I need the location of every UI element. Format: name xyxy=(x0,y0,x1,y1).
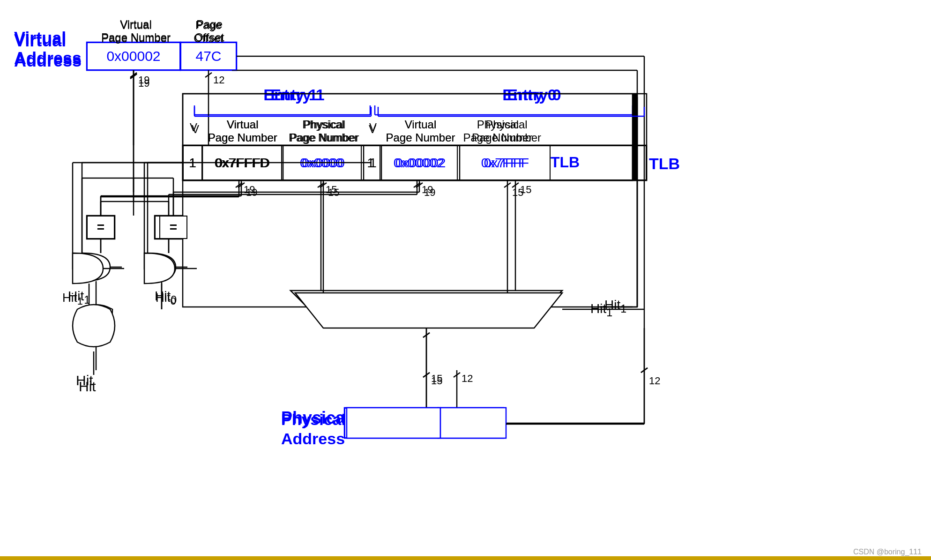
svg-line-24 xyxy=(236,183,242,187)
po-header-va: PageOffset xyxy=(179,18,240,44)
va-vpn: 0x00002 xyxy=(87,42,180,70)
va-offset: 47C xyxy=(180,42,237,70)
vpn-col-1: VirtualPage Number xyxy=(202,118,283,144)
svg-line-121 xyxy=(423,333,430,337)
svg-line-15 xyxy=(130,73,137,77)
entry1-text: Entry 1 xyxy=(223,86,372,104)
phys-offset-text: 47C xyxy=(440,408,506,438)
bit-12-phys-offset: 12 xyxy=(462,373,473,385)
hit-final-label: Hit xyxy=(79,379,96,395)
eq-box-0: = xyxy=(159,216,187,239)
ppn-col-0: PhysicalPage Number xyxy=(460,118,553,144)
eq-box-1: = xyxy=(87,216,115,239)
vpn-header-va: VirtualPage Number xyxy=(91,18,180,44)
bit-12-offset-wire: 12 xyxy=(213,74,224,86)
svg-line-117 xyxy=(504,183,511,187)
svg-line-70 xyxy=(130,74,137,79)
bit12-out: 12 xyxy=(649,375,660,387)
v-col-0: V xyxy=(364,121,382,134)
svg-line-28 xyxy=(414,183,420,187)
phys-ppn-text: 0x7FFF xyxy=(347,408,440,438)
bit19-tlb-e0: 19 xyxy=(424,187,435,199)
hit1-right-label: Hit1 xyxy=(590,301,612,319)
svg-line-46 xyxy=(318,183,324,187)
svg-line-66 xyxy=(423,373,430,377)
hit1-and-label: Hit1 xyxy=(62,291,83,307)
diagram: Virtual Address Virtual Page Number Page… xyxy=(0,0,931,560)
bit19-va-vpn: 19 xyxy=(138,77,149,90)
svg-line-125 xyxy=(641,368,648,373)
svg-line-74 xyxy=(641,368,648,373)
ppn-col-1: PhysicalPage Number xyxy=(283,118,364,144)
hit0-and-label: Hit0 xyxy=(156,291,176,307)
mux-0: 0 xyxy=(513,302,520,317)
bit15-tlb-ppn0: 15 xyxy=(512,187,523,199)
svg-line-124 xyxy=(423,373,430,377)
svg-line-17 xyxy=(205,73,212,77)
tlb-text-label: TLB xyxy=(649,155,680,173)
entry0-text: Entry 0 xyxy=(440,86,618,104)
physical-address-text: PhysicalAddress xyxy=(281,410,346,448)
bit15-out: 15 xyxy=(431,375,442,387)
bottom-gold-bar xyxy=(0,556,931,560)
svg-line-56 xyxy=(423,333,430,337)
va-main-label: VirtualAddress xyxy=(14,30,82,71)
svg-line-64 xyxy=(454,373,460,377)
mux-1: 1 xyxy=(333,302,339,317)
bit19-tlb-e1: 19 xyxy=(246,187,257,199)
bit15-tlb-ppn1: 15 xyxy=(328,187,339,199)
v-col-1: V xyxy=(184,121,203,134)
svg-line-89 xyxy=(130,74,137,78)
vpn-col-0: VirtualPage Number xyxy=(381,118,460,144)
watermark-text: CSDN @boring_111 xyxy=(853,548,922,556)
tlb-outer-rect xyxy=(183,145,647,180)
